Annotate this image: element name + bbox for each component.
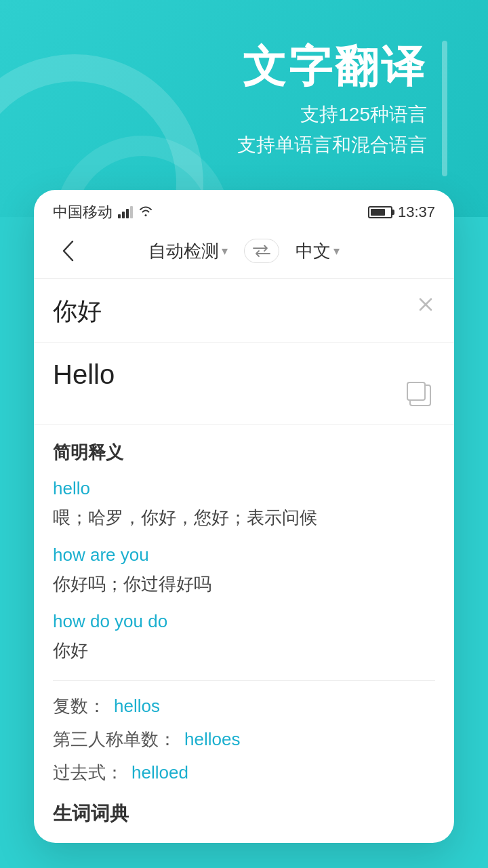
decorative-bar [442,41,447,176]
header-text: 文字翻译 支持125种语言 支持单语言和混合语言 [237,41,427,160]
target-lang-button[interactable]: 中文 ▾ [296,239,340,263]
copy-button[interactable] [405,380,435,410]
result-text: Hello [53,359,435,390]
battery-icon [368,206,392,218]
word-forms-section: 复数： hellos 第三人称单数： helloes 过去式： helloed [53,680,435,785]
language-selector: 自动检测 ▾ 中文 ▾ [148,239,340,263]
source-text[interactable]: 你好 [53,295,435,329]
app-card: 中国移动 [34,190,454,843]
word-form-third-value[interactable]: helloes [184,729,240,750]
dict-entry-2: how are you 你好吗；你过得好吗 [53,545,435,597]
word-form-past-label: 过去式： [53,761,123,785]
dict-meaning-2: 你好吗；你过得好吗 [53,571,435,597]
word-form-plural: 复数： hellos [53,694,435,718]
swap-language-button[interactable] [244,239,279,263]
source-lang-arrow: ▾ [222,243,228,258]
copy-icon [409,384,431,406]
dictionary-area: 简明释义 hello 喂；哈罗，你好，您好；表示问候 how are you 你… [34,425,454,843]
dict-section-title: 简明释义 [53,441,435,465]
dict-entry-1: hello 喂；哈罗，你好，您好；表示问候 [53,478,435,531]
word-form-past: 过去式： helloed [53,761,435,785]
status-bar: 中国移动 [34,190,454,229]
word-form-third: 第三人称单数： helloes [53,728,435,751]
header-subtitle: 支持125种语言 支持单语言和混合语言 [237,100,427,161]
header-title: 文字翻译 [237,41,427,93]
target-lang-label: 中文 [296,239,331,263]
word-form-plural-label: 复数： [53,694,106,718]
header-background: 文字翻译 支持125种语言 支持单语言和混合语言 [0,0,488,217]
input-area[interactable]: 你好 [34,279,454,343]
time-label: 13:37 [398,203,435,221]
page-body: 文字翻译 支持125种语言 支持单语言和混合语言 中国移动 [0,0,488,868]
signal-icon [118,206,133,218]
dict-word-2[interactable]: how are you [53,545,435,566]
dict-word-1[interactable]: hello [53,478,435,499]
word-form-third-label: 第三人称单数： [53,728,176,751]
result-area: Hello [34,343,454,425]
back-button[interactable] [53,236,83,266]
nav-bar: 自动检测 ▾ 中文 ▾ [34,229,454,279]
target-lang-arrow: ▾ [333,243,340,258]
subtitle-line2: 支持单语言和混合语言 [237,130,427,161]
status-left: 中国移动 [53,202,153,222]
word-form-plural-value[interactable]: hellos [114,696,160,717]
carrier-label: 中国移动 [53,202,113,222]
source-lang-button[interactable]: 自动检测 ▾ [148,239,228,263]
dict-entry-3: how do you do 你好 [53,611,435,664]
subtitle-line1: 支持125种语言 [237,100,427,130]
dict-meaning-1: 喂；哈罗，你好，您好；表示问候 [53,505,435,531]
more-section-title: 生词词典 [53,794,435,827]
word-form-past-value[interactable]: helloed [131,762,188,783]
source-lang-label: 自动检测 [148,239,219,263]
dict-word-3[interactable]: how do you do [53,611,435,632]
status-right: 13:37 [368,203,435,221]
wifi-icon [138,205,153,220]
dict-meaning-3: 你好 [53,637,435,664]
clear-button[interactable] [416,295,435,319]
